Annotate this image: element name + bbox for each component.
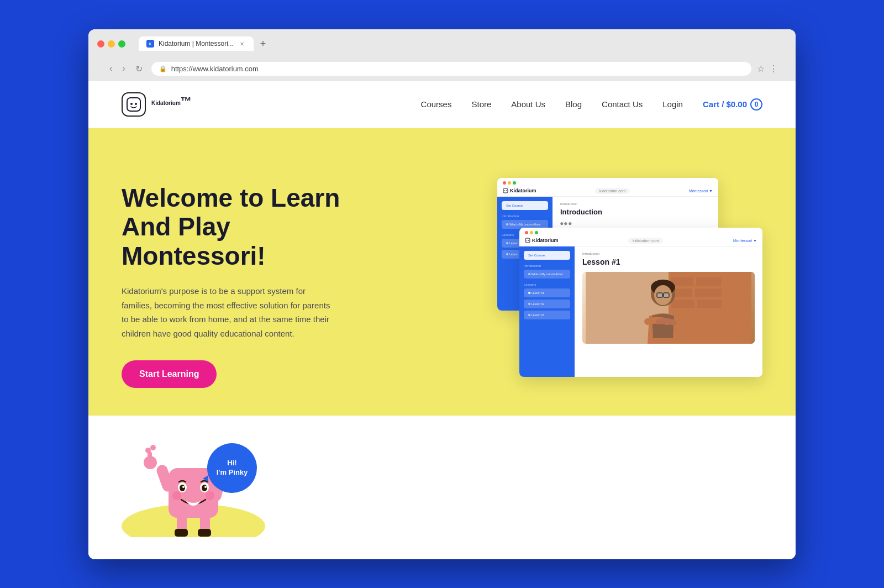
hero-section: Welcome to Learn And Play Montessori! Ki…	[88, 128, 796, 416]
sc-sidebar-l1-front: Lesson #1	[524, 288, 570, 297]
svg-rect-3	[503, 188, 508, 193]
url-text: https://www.kidatorium.com	[171, 65, 259, 73]
svg-rect-18	[671, 277, 693, 286]
svg-rect-20	[673, 288, 692, 297]
nav-contact[interactable]: Contact Us	[602, 99, 643, 109]
sc-lesson-image	[582, 272, 755, 344]
svg-rect-46	[175, 529, 188, 537]
sc-lesson-title: Lesson #1	[582, 258, 755, 266]
browser-tab[interactable]: K Kidatorium | Montessori... ✕	[139, 36, 254, 51]
traffic-lights	[97, 40, 125, 48]
svg-rect-47	[198, 529, 211, 537]
sc-dot-green	[513, 181, 516, 185]
tab-favicon: K	[146, 40, 154, 48]
new-tab-button[interactable]: +	[256, 36, 271, 52]
close-button[interactable]	[97, 40, 104, 48]
sc-logo-small: Kidatorium	[503, 188, 536, 193]
sc-dots-back	[497, 178, 718, 188]
svg-point-42	[172, 491, 181, 500]
svg-rect-22	[671, 300, 694, 308]
sc-dot-red	[503, 181, 506, 185]
browser-actions: ☆ ⋮	[757, 64, 778, 74]
pinky-speech-text: Hi!I'm Pinky	[217, 459, 248, 477]
sc-dot-green-f	[535, 231, 538, 234]
sc-dot-red-f	[525, 231, 528, 234]
svg-point-37	[180, 485, 185, 491]
svg-rect-19	[696, 277, 721, 286]
tab-title: Kidatorium | Montessori...	[159, 40, 234, 48]
svg-point-43	[206, 491, 214, 500]
svg-point-41	[204, 486, 207, 488]
sc-nav-action: Montessori ▼	[689, 189, 713, 193]
svg-rect-0	[127, 98, 140, 111]
svg-rect-33	[148, 452, 152, 463]
back-button[interactable]: ‹	[106, 62, 115, 75]
refresh-button[interactable]: ↻	[132, 62, 146, 75]
site-nav: Kidatorium™ Courses Store About Us Blog …	[88, 81, 796, 128]
sc-sidebar-l3-front: Lesson #3	[524, 311, 570, 319]
svg-point-5	[506, 190, 507, 191]
sc-top-bar: Kidatorium kidatorium.com Montessori ▼	[497, 188, 718, 197]
maximize-button[interactable]	[118, 40, 125, 48]
nav-courses[interactable]: Courses	[421, 99, 452, 109]
svg-point-38	[182, 486, 185, 488]
sc-address-small-front: kidatorium.com	[628, 238, 663, 244]
sc-dots-front	[519, 228, 762, 238]
start-learning-button[interactable]: Start Learning	[122, 360, 217, 388]
browser-titlebar: K Kidatorium | Montessori... ✕ +	[97, 36, 787, 52]
nav-store[interactable]: Store	[471, 99, 491, 109]
browser-addressbar: ‹ › ↻ 🔒 https://www.kidatorium.com ☆ ⋮	[97, 57, 787, 81]
svg-rect-21	[695, 288, 722, 297]
lock-icon: 🔒	[159, 65, 167, 72]
sc-dot-yellow-f	[530, 231, 533, 234]
svg-point-48	[145, 448, 151, 453]
speech-bubble: Hi!I'm Pinky	[207, 443, 257, 493]
sc-intro-title: Introduction	[560, 208, 711, 216]
sc-sidebar-intro-front: What is My Lesson About	[524, 270, 570, 279]
tab-close-button[interactable]: ✕	[238, 40, 246, 48]
forward-button[interactable]: ›	[119, 62, 128, 75]
sc-logo-small-front: Kidatorium	[525, 238, 559, 243]
hero-description: Kidatorium's purpose is to be a support …	[122, 284, 332, 340]
svg-point-15	[528, 240, 529, 241]
minimize-button[interactable]	[108, 40, 115, 48]
sc-sidebar-course-front: Set Course	[524, 251, 570, 260]
sc-nav-action-front: Montessori ▼	[733, 239, 757, 243]
sc-dot-yellow	[508, 181, 511, 185]
svg-rect-27	[657, 293, 662, 297]
logo-text: Kidatorium™	[151, 95, 192, 113]
sc-front-body: Set Course Introduction What is My Lesso…	[519, 246, 762, 377]
nav-login[interactable]: Login	[662, 99, 683, 109]
browser-window: K Kidatorium | Montessori... ✕ + ‹ › ↻ 🔒…	[88, 29, 796, 559]
hero-screenshots: Kidatorium kidatorium.com Montessori ▼ S…	[486, 172, 762, 393]
svg-point-2	[135, 103, 137, 105]
svg-rect-28	[664, 293, 669, 297]
sc-main-lesson: Introduction Lesson #1	[575, 246, 762, 377]
nav-links: Courses Store About Us Blog Contact Us L…	[421, 98, 762, 111]
sc-address-small: kidatorium.com	[595, 188, 630, 194]
nav-buttons: ‹ › ↻	[106, 62, 146, 75]
svg-point-4	[504, 190, 506, 191]
site-logo[interactable]: Kidatorium™	[122, 92, 192, 117]
svg-point-14	[527, 240, 528, 241]
browser-chrome: K Kidatorium | Montessori... ✕ + ‹ › ↻ 🔒…	[88, 29, 796, 81]
website-content: Kidatorium™ Courses Store About Us Blog …	[88, 81, 796, 559]
address-bar[interactable]: 🔒 https://www.kidatorium.com	[151, 62, 751, 76]
svg-rect-13	[525, 238, 530, 243]
hero-title: Welcome to Learn And Play Montessori!	[122, 183, 354, 271]
screenshot-lesson1: Kidatorium kidatorium.com Montessori ▼ S…	[519, 228, 762, 377]
menu-icon[interactable]: ⋮	[769, 64, 778, 74]
svg-point-40	[202, 485, 207, 491]
bookmark-icon[interactable]: ☆	[757, 64, 765, 74]
nav-cart[interactable]: Cart / $0.00 0	[703, 98, 762, 111]
svg-point-49	[150, 445, 156, 450]
svg-rect-23	[697, 300, 722, 308]
logo-icon	[122, 92, 146, 117]
pinky-container: Hi!I'm Pinky	[122, 416, 265, 537]
nav-blog[interactable]: Blog	[565, 99, 582, 109]
cart-count: 0	[750, 98, 762, 111]
nav-about[interactable]: About Us	[511, 99, 545, 109]
sc-sidebar-front: Set Course Introduction What is My Lesso…	[519, 246, 575, 377]
sc-sidebar-l2-front: Lesson #2	[524, 300, 570, 308]
tab-bar: K Kidatorium | Montessori... ✕ +	[139, 36, 270, 52]
